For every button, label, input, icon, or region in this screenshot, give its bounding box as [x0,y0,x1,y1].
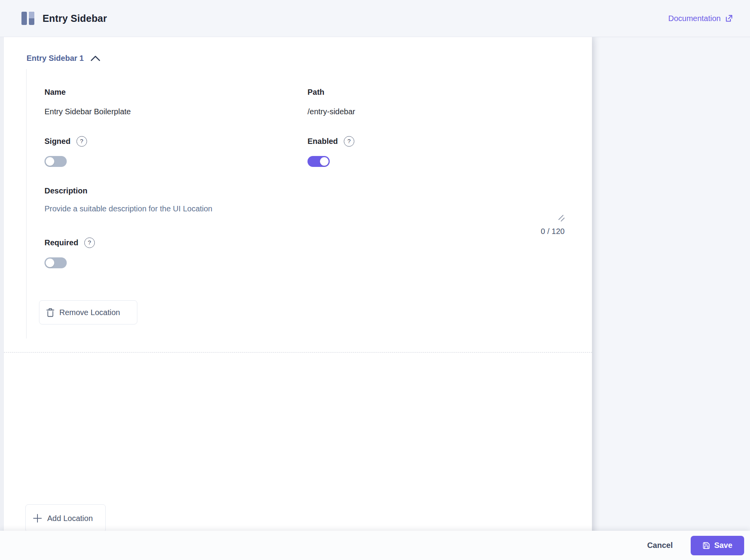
description-char-counter: 0 / 120 [541,227,565,236]
entry-sidebar-app-icon [21,12,34,25]
chevron-up-icon[interactable] [91,55,100,61]
documentation-link-label: Documentation [668,14,721,23]
signed-help-icon[interactable]: ? [76,136,87,147]
name-field-label: Name [44,86,66,98]
save-disk-icon [702,542,710,549]
save-button[interactable]: Save [691,536,744,555]
required-field-label: Required ? [44,237,95,248]
cancel-button[interactable]: Cancel [647,541,673,550]
plus-icon [33,514,42,523]
enabled-toggle-knob [320,157,329,166]
description-field-label: Description [44,185,87,197]
required-toggle-knob [46,259,54,267]
enabled-field-label: Enabled ? [307,135,354,147]
required-label-text: Required [44,237,78,248]
remove-location-label: Remove Location [59,308,120,317]
footer-action-bar: Cancel Save [0,531,750,560]
signed-toggle-knob [46,157,54,166]
description-textarea[interactable] [44,201,565,223]
path-field-label: Path [307,86,324,98]
textarea-resize-handle[interactable] [556,215,565,222]
signed-label-text: Signed [44,135,71,147]
signed-toggle[interactable] [44,156,67,167]
locations-separator [4,352,592,353]
enabled-toggle[interactable] [307,156,330,167]
section-guide-line [26,69,27,338]
signed-field-label: Signed ? [44,135,87,147]
required-toggle[interactable] [44,257,67,268]
name-field-value: Entry Sidebar Boilerplate [44,106,131,117]
documentation-link[interactable]: Documentation [668,14,733,23]
path-field-value: /entry-sidebar [307,106,355,117]
header-title-group: Entry Sidebar [21,12,107,25]
remove-location-button[interactable]: Remove Location [39,300,137,324]
location-section-header[interactable]: Entry Sidebar 1 [27,53,100,64]
enabled-label-text: Enabled [307,135,338,147]
app-header: Entry Sidebar Documentation [0,0,750,37]
trash-icon [46,308,54,317]
location-section-title: Entry Sidebar 1 [27,54,84,63]
external-link-icon [725,14,733,23]
side-panel-background [592,37,750,560]
enabled-help-icon[interactable]: ? [344,136,354,147]
page-title: Entry Sidebar [43,13,107,24]
ui-locations-panel: Entry Sidebar 1 Name Path Entry Sidebar … [4,37,592,560]
add-location-label: Add Location [47,514,93,523]
save-button-label: Save [714,541,732,550]
required-help-icon[interactable]: ? [84,237,95,248]
add-location-button[interactable]: Add Location [25,504,106,532]
